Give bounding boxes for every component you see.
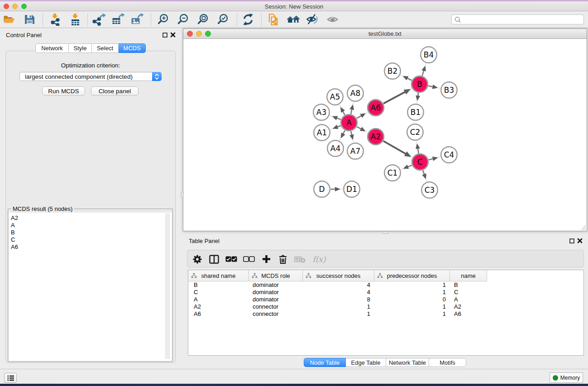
zoom-in-icon[interactable] xyxy=(157,13,170,26)
table-cell[interactable]: 1 xyxy=(374,303,450,310)
export-network-icon[interactable] xyxy=(92,13,106,26)
table-cell[interactable]: B xyxy=(450,281,487,289)
close-panel-button[interactable]: Close panel xyxy=(91,86,139,95)
table-cell[interactable]: 1 xyxy=(303,310,374,318)
result-item[interactable]: A xyxy=(9,222,172,229)
refresh-icon[interactable] xyxy=(241,13,255,26)
graph-node-A8[interactable]: A8 xyxy=(347,85,363,101)
hide-details-icon[interactable] xyxy=(306,13,320,26)
duplicate-network-icon[interactable] xyxy=(267,13,280,26)
table-cell[interactable]: 1 xyxy=(374,310,450,318)
column-header-name[interactable]: name xyxy=(450,270,487,281)
result-list-scrollbar[interactable] xyxy=(165,214,170,359)
table-cell[interactable]: 1 xyxy=(303,303,374,310)
table-cell[interactable]: dominator xyxy=(249,296,303,303)
export-table-icon[interactable] xyxy=(111,13,125,26)
graph-node-C4[interactable]: C4 xyxy=(441,147,457,163)
control-panel-float-icon[interactable] xyxy=(162,32,168,38)
table-panel-float-icon[interactable] xyxy=(569,238,575,244)
graph-node-B[interactable]: B xyxy=(411,76,428,92)
node-table[interactable]: shared nameMCDS rolesuccessor nodesprede… xyxy=(188,270,584,356)
table-cell[interactable]: A6 xyxy=(188,310,249,318)
graph-edge-B-B1[interactable] xyxy=(416,93,420,103)
table-cell[interactable]: dominator xyxy=(249,289,303,296)
table-cell[interactable]: A xyxy=(450,296,487,303)
column-header-shared-name[interactable]: shared name xyxy=(188,270,249,281)
table-cell[interactable]: C xyxy=(188,289,249,296)
graph-edge-A-A3[interactable] xyxy=(330,115,341,120)
graph-node-B4[interactable]: B4 xyxy=(421,47,437,63)
zoom-out-icon[interactable] xyxy=(177,13,190,26)
graph-edge-A-A8[interactable] xyxy=(349,102,354,114)
result-item[interactable]: C xyxy=(9,236,172,243)
graph-node-B1[interactable]: B1 xyxy=(407,104,424,120)
column-header-successor-nodes[interactable]: successor nodes xyxy=(303,270,374,281)
zoom-fit-icon[interactable] xyxy=(196,13,210,26)
select-all-icon[interactable] xyxy=(225,250,238,268)
table-cell[interactable]: dominator xyxy=(249,281,303,289)
column-header-MCDS-role[interactable]: MCDS role xyxy=(249,270,303,281)
graph-node-A1[interactable]: A1 xyxy=(314,124,330,141)
tab-motifs[interactable]: Motifs xyxy=(429,358,466,367)
delete-row-icon[interactable] xyxy=(276,250,290,268)
result-item[interactable]: B xyxy=(9,229,172,236)
zoom-selected-icon[interactable] xyxy=(216,13,230,26)
network-window-titlebar[interactable]: testGlobe.txt xyxy=(183,29,587,39)
add-row-icon[interactable] xyxy=(259,250,273,268)
table-cell[interactable]: A xyxy=(188,296,249,303)
graph-edge-A-A7[interactable] xyxy=(349,131,354,142)
graph-node-D1[interactable]: D1 xyxy=(344,181,360,197)
export-image-icon[interactable] xyxy=(130,13,144,26)
splitter-handle-bottom[interactable] xyxy=(382,231,388,234)
table-cell[interactable]: 0 xyxy=(374,296,450,303)
graph-edge-C-C1[interactable] xyxy=(401,165,412,170)
graph-edge-A-A4[interactable] xyxy=(339,130,345,140)
table-panel-close-icon[interactable] xyxy=(577,238,583,243)
table-cell[interactable]: B xyxy=(188,281,249,289)
table-cell[interactable]: 1 xyxy=(374,289,450,296)
tab-mcds[interactable]: MCDS xyxy=(119,43,146,53)
graph-node-A4[interactable]: A4 xyxy=(327,140,344,157)
graph-edge-C-C4[interactable] xyxy=(429,157,440,161)
graph-edge-A6-B[interactable] xyxy=(383,88,411,103)
task-history-button[interactable] xyxy=(4,373,17,383)
resize-grip-icon[interactable] xyxy=(580,224,586,230)
save-session-icon[interactable] xyxy=(23,13,36,26)
graph-node-C3[interactable]: C3 xyxy=(421,182,438,198)
table-cell[interactable]: connector xyxy=(249,310,303,318)
tab-edge-table[interactable]: Edge Table xyxy=(346,358,386,367)
table-cell[interactable]: 1 xyxy=(374,281,450,289)
table-cell[interactable]: 4 xyxy=(303,289,374,296)
graph-edge-C-C3[interactable] xyxy=(422,170,426,181)
table-cell[interactable]: 8 xyxy=(303,296,374,303)
show-details-icon[interactable] xyxy=(326,13,340,26)
splitter-handle-left[interactable] xyxy=(181,192,184,198)
open-file-icon[interactable] xyxy=(2,13,16,26)
import-network-icon[interactable] xyxy=(48,13,62,26)
graph-edge-A-A6[interactable] xyxy=(357,112,368,119)
deselect-all-icon[interactable] xyxy=(242,250,256,268)
mcds-result-list[interactable]: A2ABCA6 xyxy=(9,213,172,361)
result-item[interactable]: A6 xyxy=(9,243,172,251)
columns-icon[interactable] xyxy=(207,250,221,268)
control-panel-close-icon[interactable] xyxy=(170,32,176,38)
graph-node-A6[interactable]: A6 xyxy=(368,100,384,116)
settings-gear-icon[interactable] xyxy=(191,250,204,268)
graph-node-A7[interactable]: A7 xyxy=(347,143,363,159)
graph-edge-A2-C[interactable] xyxy=(383,141,412,157)
function-builder-icon[interactable]: f(x) xyxy=(311,250,328,268)
graph-node-B3[interactable]: B3 xyxy=(441,82,457,98)
tab-node-table[interactable]: Node Table xyxy=(304,358,346,367)
combo-stepper-icon[interactable] xyxy=(152,72,162,81)
graph-node-C1[interactable]: C1 xyxy=(384,165,401,181)
graph-node-A2[interactable]: A2 xyxy=(368,129,384,145)
graph-edge-A-A5[interactable] xyxy=(339,105,345,115)
delete-table-icon[interactable] xyxy=(293,250,306,268)
search-input[interactable] xyxy=(461,15,583,24)
table-cell[interactable]: 4 xyxy=(303,281,374,289)
graph-edge-D-D1[interactable] xyxy=(331,187,343,191)
graph-edge-C-C2[interactable] xyxy=(416,141,420,153)
graph-node-A3[interactable]: A3 xyxy=(313,104,330,120)
graph-node-D[interactable]: D xyxy=(314,181,330,197)
import-table-icon[interactable] xyxy=(68,13,82,26)
